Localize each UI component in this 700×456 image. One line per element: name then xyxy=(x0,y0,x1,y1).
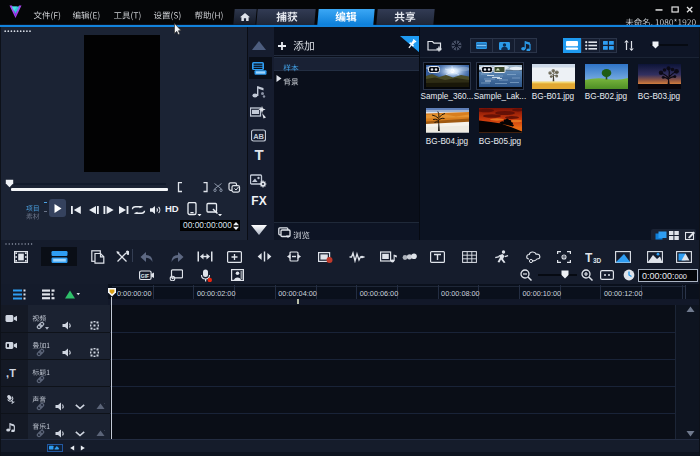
svg-text:T: T xyxy=(585,251,593,263)
svg-text:3D: 3D xyxy=(593,257,602,263)
svg-text:GIF: GIF xyxy=(140,273,148,279)
svg-text:AB: AB xyxy=(253,132,264,141)
